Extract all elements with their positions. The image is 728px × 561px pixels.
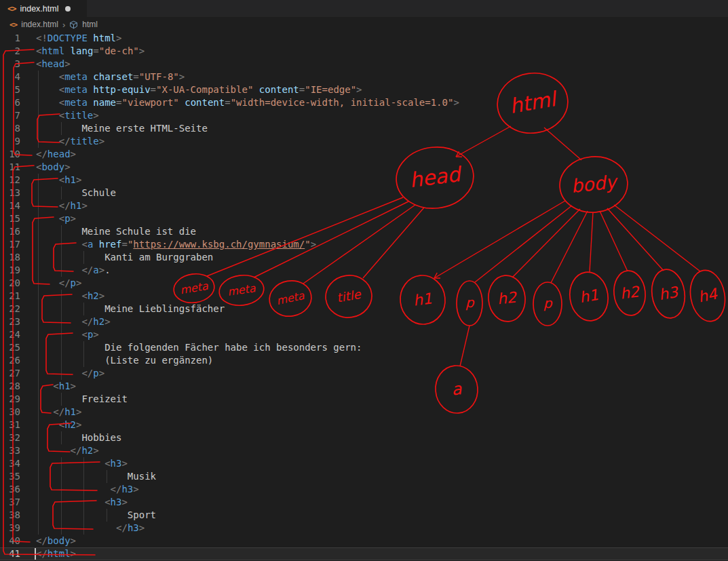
code-line-25[interactable]: 25 Die folgenden Fächer habe ich besonde… (0, 341, 728, 354)
unsaved-changes-dot[interactable] (65, 6, 71, 12)
code-text: Meine Schule ist die (36, 225, 196, 238)
code-editor[interactable]: 1<!DOCTYPE html>2<html lang="de-ch">3<he… (0, 32, 728, 560)
code-line-15[interactable]: 15 <p> (0, 212, 728, 225)
code-text: Schule (36, 187, 116, 199)
code-line-22[interactable]: 22 Meine Lieblingsfächer (0, 303, 728, 315)
line-number[interactable]: 14 (0, 199, 20, 212)
code-line-9[interactable]: 9 </title> (0, 135, 728, 148)
code-line-38[interactable]: 38 Sport (0, 509, 728, 522)
code-line-34[interactable]: 34 <h3> (0, 457, 728, 470)
line-number[interactable]: 4 (0, 71, 20, 83)
code-line-19[interactable]: 19 </a>. (0, 264, 728, 277)
line-number[interactable]: 7 (0, 109, 20, 122)
line-number[interactable]: 12 (0, 174, 20, 187)
code-line-11[interactable]: 11<body> (0, 161, 728, 174)
line-number[interactable]: 16 (0, 225, 20, 238)
line-number[interactable]: 36 (0, 483, 20, 496)
line-number[interactable]: 17 (0, 238, 20, 251)
line-number[interactable]: 34 (0, 457, 20, 470)
code-line-1[interactable]: 1<!DOCTYPE html> (0, 32, 728, 45)
code-text: </h3> (36, 522, 145, 535)
line-number[interactable]: 2 (0, 45, 20, 58)
code-line-4[interactable]: 4 <meta charset="UTF-8"> (0, 71, 728, 83)
code-line-20[interactable]: 20 </p> (0, 277, 728, 290)
code-line-6[interactable]: 6 <meta name="viewport" content="width=d… (0, 96, 728, 109)
line-number[interactable]: 9 (0, 135, 20, 148)
line-number[interactable]: 10 (0, 148, 20, 161)
line-number[interactable]: 32 (0, 431, 20, 444)
line-number[interactable]: 18 (0, 251, 20, 264)
code-line-33[interactable]: 33 </h2> (0, 444, 728, 457)
line-number[interactable]: 15 (0, 212, 20, 225)
code-line-30[interactable]: 30 </h1> (0, 406, 728, 419)
line-number[interactable]: 21 (0, 290, 20, 303)
code-line-8[interactable]: 8 Meine erste HTML-Seite (0, 122, 728, 135)
breadcrumb-symbol[interactable]: html (82, 20, 98, 29)
code-text: <html lang="de-ch"> (36, 45, 145, 58)
line-number[interactable]: 1 (0, 32, 20, 45)
code-line-2[interactable]: 2<html lang="de-ch"> (0, 45, 728, 58)
code-line-7[interactable]: 7 <title> (0, 109, 728, 122)
code-line-13[interactable]: 13 Schule (0, 187, 728, 199)
breadcrumb-file[interactable]: index.html (21, 20, 58, 29)
code-text: <h2> (36, 290, 104, 303)
line-number[interactable]: 31 (0, 419, 20, 431)
code-line-40[interactable]: 40</body> (0, 535, 728, 547)
code-line-29[interactable]: 29 Freizeit (0, 393, 728, 406)
line-number[interactable]: 11 (0, 161, 20, 174)
line-number[interactable]: 29 (0, 393, 20, 406)
code-line-31[interactable]: 31 <h2> (0, 419, 728, 431)
code-line-12[interactable]: 12 <h1> (0, 174, 728, 187)
line-number[interactable]: 30 (0, 406, 20, 419)
line-number[interactable]: 23 (0, 315, 20, 328)
code-line-28[interactable]: 28 <h1> (0, 380, 728, 393)
tab-index-html[interactable]: <> index.html (0, 0, 87, 17)
code-text: </h2> (36, 315, 111, 328)
code-text: <meta charset="UTF-8"> (36, 71, 185, 83)
line-number[interactable]: 41 (0, 547, 20, 560)
line-number[interactable]: 22 (0, 303, 20, 315)
code-text: <head> (36, 58, 71, 71)
tab-label: index.html (20, 4, 58, 14)
line-number[interactable]: 13 (0, 187, 20, 199)
code-line-24[interactable]: 24 <p> (0, 328, 728, 341)
line-number[interactable]: 35 (0, 470, 20, 483)
code-line-35[interactable]: 35 Musik (0, 470, 728, 483)
code-line-21[interactable]: 21 <h2> (0, 290, 728, 303)
line-number[interactable]: 39 (0, 522, 20, 535)
line-number[interactable]: 33 (0, 444, 20, 457)
code-line-10[interactable]: 10</head> (0, 148, 728, 161)
line-number[interactable]: 27 (0, 367, 20, 380)
line-number[interactable]: 24 (0, 328, 20, 341)
code-line-5[interactable]: 5 <meta http-equiv="X-UA-Compatible" con… (0, 83, 728, 96)
code-line-32[interactable]: 32 Hobbies (0, 431, 728, 444)
line-number[interactable]: 19 (0, 264, 20, 277)
code-line-27[interactable]: 27 </p> (0, 367, 728, 380)
code-text: Freizeit (36, 393, 128, 406)
line-number[interactable]: 40 (0, 535, 20, 547)
line-number[interactable]: 28 (0, 380, 20, 393)
code-text: <h2> (36, 419, 81, 431)
code-text: <p> (36, 212, 76, 225)
code-line-36[interactable]: 36 </h3> (0, 483, 728, 496)
code-line-17[interactable]: 17 <a href="https://www.ksbg.ch/gymnasiu… (0, 238, 728, 251)
code-text: <meta name="viewport" content="width=dev… (36, 96, 459, 109)
code-line-16[interactable]: 16 Meine Schule ist die (0, 225, 728, 238)
line-number[interactable]: 5 (0, 83, 20, 96)
line-number[interactable]: 20 (0, 277, 20, 290)
line-number[interactable]: 38 (0, 509, 20, 522)
line-number[interactable]: 6 (0, 96, 20, 109)
code-line-18[interactable]: 18 Kanti am Burggraben (0, 251, 728, 264)
line-number[interactable]: 26 (0, 354, 20, 367)
line-number[interactable]: 37 (0, 496, 20, 509)
code-line-3[interactable]: 3<head> (0, 58, 728, 71)
line-number[interactable]: 25 (0, 341, 20, 354)
code-line-26[interactable]: 26 (Liste zu ergänzen) (0, 354, 728, 367)
code-line-23[interactable]: 23 </h2> (0, 315, 728, 328)
line-number[interactable]: 3 (0, 58, 20, 71)
code-line-39[interactable]: 39 </h3> (0, 522, 728, 535)
code-line-41[interactable]: 41</html> (0, 547, 728, 560)
line-number[interactable]: 8 (0, 122, 20, 135)
code-line-14[interactable]: 14 </h1> (0, 199, 728, 212)
code-line-37[interactable]: 37 <h3> (0, 496, 728, 509)
